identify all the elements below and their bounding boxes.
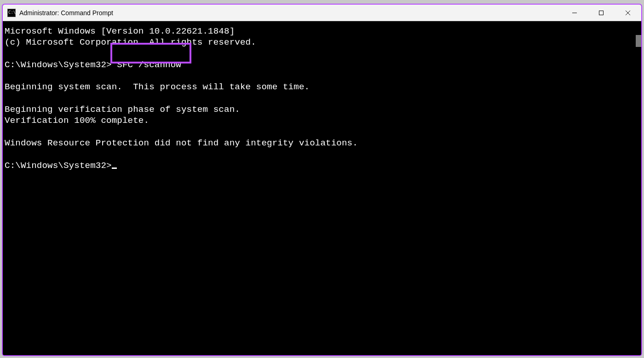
terminal-body[interactable]: Microsoft Windows [Version 10.0.22621.18… (3, 21, 636, 355)
prompt-path: C:\Windows\System32> (5, 161, 112, 171)
scroll-thumb[interactable] (636, 35, 641, 47)
text-cursor (112, 167, 117, 169)
minimize-button[interactable] (561, 5, 588, 21)
sfc-command: SFC /scannow (112, 60, 181, 70)
vertical-scrollbar[interactable] (636, 21, 641, 355)
output-line: Verification 100% complete. (5, 115, 149, 126)
window-controls (561, 5, 641, 21)
minimize-icon (572, 10, 577, 16)
window-title: Administrator: Command Prompt (19, 9, 113, 17)
close-button[interactable] (615, 5, 641, 21)
titlebar[interactable]: Administrator: Command Prompt (3, 5, 641, 21)
copyright-text: (c) Microsoft Corporation. All rights re… (5, 37, 256, 47)
prompt-path: C:\Windows\System32> (5, 60, 112, 70)
svg-rect-1 (599, 11, 604, 15)
version-text: Microsoft Windows [Version 10.0.22621.18… (5, 26, 235, 36)
output-line: Beginning system scan. This process will… (5, 82, 310, 92)
output-line: Beginning verification phase of system s… (5, 104, 240, 115)
command-prompt-window: Administrator: Command Prompt Microsoft … (2, 4, 642, 356)
maximize-icon (598, 10, 604, 16)
maximize-button[interactable] (588, 5, 615, 21)
cmd-icon (7, 9, 16, 17)
close-icon (625, 10, 631, 16)
output-line: Windows Resource Protection did not find… (5, 138, 358, 148)
